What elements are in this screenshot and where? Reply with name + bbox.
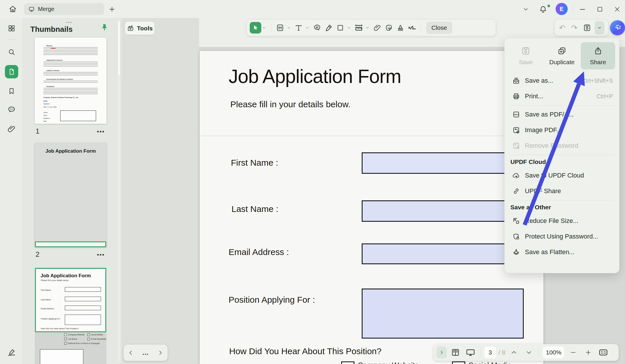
page-thumbnails-icon xyxy=(8,68,15,75)
sidebar-item-grid[interactable] xyxy=(7,24,16,33)
pdf-page[interactable]: Job Application Form Please fill in your… xyxy=(200,51,543,364)
menu-item-protect-using-password[interactable]: Protect Using Password... xyxy=(509,229,615,244)
form-divider xyxy=(200,136,543,136)
checkbox-unchecked xyxy=(64,333,67,336)
menu-item-save-as-flatten[interactable]: Save as Flatten... xyxy=(509,244,615,260)
menu-item-image-pdf[interactable]: Image PDF... xyxy=(509,122,615,138)
menu-item-print[interactable]: Print... Ctrl+P xyxy=(509,88,615,104)
thumbnail-page-2[interactable]: Job Application Form xyxy=(35,143,106,247)
left-sidebar xyxy=(0,18,22,364)
ai-assistant-button[interactable] xyxy=(610,20,625,35)
thumbnail-page-1[interactable]: Payment Independent Contractor Liability… xyxy=(35,38,106,124)
checkbox-icon xyxy=(452,361,465,364)
menu-divider xyxy=(510,105,614,106)
menu-item-updf-share[interactable]: UPDF Share xyxy=(509,183,615,199)
new-tab-button[interactable] xyxy=(108,5,116,14)
section-header-updf-cloud: UPDF Cloud xyxy=(509,156,615,168)
save-options-chevron-icon[interactable] xyxy=(595,21,604,34)
sidebar-item-attachments[interactable] xyxy=(7,124,16,134)
menu-divider xyxy=(510,155,614,155)
sidebar-item-thumbnails[interactable] xyxy=(5,65,18,78)
pager-more-button[interactable]: ... xyxy=(142,349,148,356)
zoom-out-icon[interactable] xyxy=(567,346,580,359)
measure-tool-chevron-icon[interactable] xyxy=(365,22,370,34)
presentation-mode-icon[interactable] xyxy=(464,346,477,359)
next-page-icon[interactable] xyxy=(523,346,535,359)
sidebar-item-comments[interactable] xyxy=(7,105,16,114)
sticker-tool[interactable] xyxy=(383,22,395,34)
position-applying-field[interactable] xyxy=(362,289,524,339)
text-tool-chevron-icon[interactable] xyxy=(304,22,310,34)
thumbnails-panel: ⋯ Thumbnails Payment Independent Contrac… xyxy=(22,18,122,364)
page-layout-icon[interactable] xyxy=(449,346,462,359)
text-tool[interactable] xyxy=(293,22,304,34)
duplicate-action-button[interactable]: Duplicate xyxy=(545,42,579,69)
save-icon[interactable] xyxy=(581,22,593,34)
sidebar-item-search[interactable] xyxy=(7,47,16,57)
page-number: 1 xyxy=(36,127,39,135)
titlebar-chevron-down-icon[interactable] xyxy=(521,4,531,14)
pager-prev-icon[interactable] xyxy=(128,350,134,356)
page-total-label: / 8 xyxy=(499,349,505,356)
avatar[interactable]: E xyxy=(556,3,568,15)
quick-actions-bar: ↶ ↷ xyxy=(554,19,608,36)
menu-item-save-as-pdfa[interactable]: PDF/A Save as PDF/A... xyxy=(509,107,615,122)
expand-statusbar-icon[interactable] xyxy=(436,346,447,359)
home-button[interactable] xyxy=(6,3,19,15)
checkbox-checked: ✓ xyxy=(64,342,67,345)
tools-button[interactable]: Tools xyxy=(125,22,155,35)
shapes-tool[interactable] xyxy=(334,22,346,34)
pin-icon[interactable] xyxy=(100,23,109,32)
zoom-level-input[interactable]: 100% xyxy=(543,346,565,359)
attachment-tool[interactable] xyxy=(372,22,383,34)
edit-heading-chevron-icon[interactable] xyxy=(286,22,292,34)
share-action-button[interactable]: Share xyxy=(581,42,615,69)
menu-item-save-to-updf-cloud[interactable]: Save to UPDF Cloud xyxy=(509,168,615,183)
highlighter-tool[interactable] xyxy=(323,22,334,34)
thumbnails-scrollbar-thumb[interactable] xyxy=(118,21,120,76)
document-tab-merge[interactable]: Merge xyxy=(24,3,104,15)
sidebar-item-signature[interactable] xyxy=(7,348,16,357)
previous-page-icon[interactable] xyxy=(508,346,520,359)
updf-window: Merge E xyxy=(0,0,625,364)
title-bar: Merge E xyxy=(0,0,625,18)
page-1-more-button[interactable]: ••• xyxy=(97,128,105,135)
select-tool-button[interactable] xyxy=(250,22,261,34)
tab-label: Merge xyxy=(38,6,54,12)
annotation-toolbar: Close xyxy=(247,19,496,36)
edit-heading-tool[interactable] xyxy=(274,22,286,34)
close-window-button[interactable] xyxy=(612,4,622,14)
measure-tool[interactable] xyxy=(353,22,365,34)
save-action-button[interactable]: Save xyxy=(509,42,543,69)
stamp-tool[interactable] xyxy=(395,22,406,34)
notification-dot xyxy=(547,5,550,7)
thumb3-textarea-box xyxy=(40,349,83,364)
page-number-input[interactable]: 3 xyxy=(484,346,496,359)
sidebar-divider xyxy=(8,39,16,40)
page-number: 2 xyxy=(36,250,39,258)
section-header-save-as-other: Save as Other xyxy=(509,202,615,213)
signature-tool[interactable] xyxy=(406,22,418,34)
maximize-button[interactable] xyxy=(595,4,605,14)
menu-item-reduce-file-size[interactable]: Reduce File Size... xyxy=(509,213,615,229)
notifications-bell-icon[interactable] xyxy=(538,4,548,14)
sidebar-item-bookmarks[interactable] xyxy=(7,86,16,96)
tab-monitor-icon xyxy=(28,6,35,13)
menu-item-remove-password[interactable]: Remove Password xyxy=(509,138,615,154)
select-tool-chevron-icon[interactable] xyxy=(261,22,267,34)
comment-tool[interactable] xyxy=(311,22,323,34)
thumbnail-page-3-current[interactable]: Job Application Form Please fill in your… xyxy=(35,267,106,364)
menu-divider xyxy=(510,200,614,200)
pager-next-icon[interactable] xyxy=(157,350,163,356)
undo-icon[interactable]: ↶ xyxy=(557,23,567,32)
page-2-more-button[interactable]: ••• xyxy=(97,252,105,258)
close-toolbar-button[interactable]: Close xyxy=(426,22,452,34)
minimize-button[interactable] xyxy=(578,4,587,14)
redo-icon[interactable]: ↷ xyxy=(569,23,580,32)
actual-size-icon[interactable]: 1:1 xyxy=(597,346,610,359)
shapes-tool-chevron-icon[interactable] xyxy=(346,22,352,34)
home-icon xyxy=(8,5,17,13)
menu-item-save-as[interactable]: Save as... Ctrl+Shift+S xyxy=(509,73,615,88)
zoom-in-icon[interactable] xyxy=(582,346,595,359)
thumb1-signature-box xyxy=(60,110,96,121)
